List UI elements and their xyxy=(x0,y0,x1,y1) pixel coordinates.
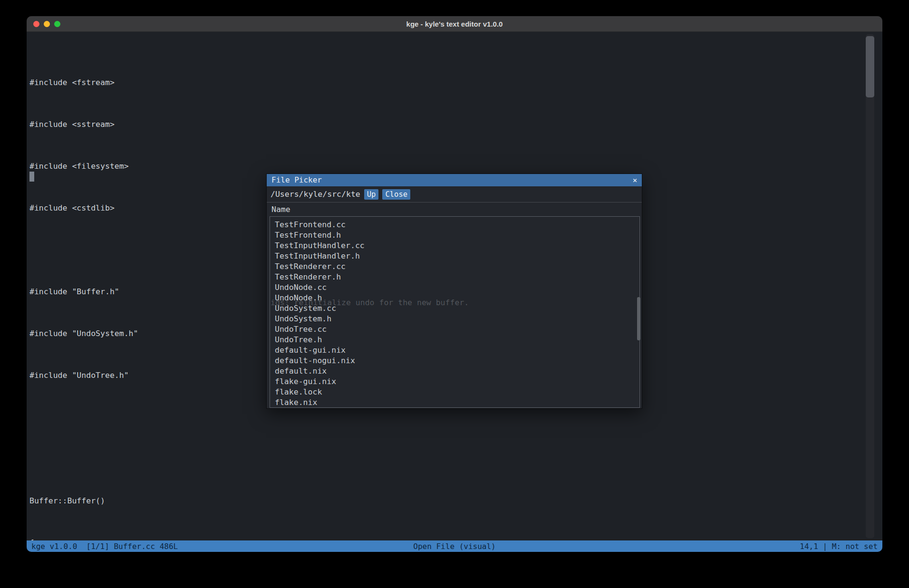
code-line-text: #include "Buffer.h" xyxy=(29,287,119,296)
traffic-lights xyxy=(33,16,60,31)
code-line[interactable]: #include <filesystem> xyxy=(29,161,360,172)
window-title: kge - kyle's text editor v1.0.0 xyxy=(406,20,503,28)
file-name: default-gui.nix xyxy=(275,346,346,355)
file-name: TestFrontend.cc xyxy=(275,220,346,229)
close-window-button[interactable] xyxy=(33,21,39,27)
dialog-close-icon[interactable]: ✕ xyxy=(633,175,637,185)
code-line[interactable]: Buffer::Buffer() xyxy=(29,496,360,506)
file-list-scrollbar-thumb[interactable] xyxy=(637,297,640,340)
file-list-item[interactable]: default-gui.nix xyxy=(270,345,639,356)
window-titlebar[interactable]: kge - kyle's text editor v1.0.0 xyxy=(27,16,882,32)
file-name: UndoTree.cc xyxy=(275,325,327,334)
code-line-text: #include <fstream> xyxy=(29,78,115,87)
up-button[interactable]: Up xyxy=(364,189,379,200)
file-list-item[interactable]: TestFrontend.cc xyxy=(270,220,639,230)
file-list-item[interactable]: flake-gui.nix xyxy=(270,376,639,387)
file-list-item[interactable]: TestRenderer.cc xyxy=(270,261,639,272)
code-line-text: { xyxy=(29,538,34,540)
file-picker-title: File Picker xyxy=(271,175,322,185)
file-list-item[interactable]: UndoTree.cc xyxy=(270,324,639,335)
editor-scrollbar[interactable] xyxy=(866,34,874,538)
file-list[interactable]: TestFrontend.cc TestFrontend.h TestInput… xyxy=(270,216,640,408)
file-name: flake.nix xyxy=(275,398,317,407)
file-name: UndoSystem.cc xyxy=(275,304,336,313)
file-name: TestRenderer.cc xyxy=(275,262,346,271)
code-line-text: #include <sstream> xyxy=(29,120,115,129)
file-name: TestFrontend.h xyxy=(275,231,341,240)
code-line[interactable] xyxy=(29,412,360,423)
code-line-text: #include "UndoSystem.h" xyxy=(29,329,138,338)
file-list-item[interactable]: TestFrontend.h xyxy=(270,230,639,241)
code-line-text: #include "UndoTree.h" xyxy=(29,371,129,380)
minimize-window-button[interactable] xyxy=(44,21,50,27)
file-list-item[interactable]: UndoSystem.h xyxy=(270,314,639,324)
code-line[interactable]: { xyxy=(29,538,360,540)
code-line[interactable] xyxy=(29,454,360,464)
status-left: kge v1.0.0 [1/1] Buffer.cc 486L xyxy=(31,542,413,551)
code-line[interactable]: #include <sstream> xyxy=(29,119,360,130)
editor-area[interactable]: #include <fstream> #include <sstream> #i… xyxy=(27,32,882,540)
file-name: TestInputHandler.h xyxy=(275,251,360,260)
file-name: TestInputHandler.cc xyxy=(275,241,365,250)
file-list-item[interactable]: UndoTree.h xyxy=(270,335,639,345)
zoom-window-button[interactable] xyxy=(54,21,60,27)
status-cursor-position: 14,1 | M: not set xyxy=(496,542,878,551)
file-list-item[interactable]: TestRenderer.h xyxy=(270,272,639,282)
file-picker-dialog: File Picker ✕ /Users/kyle/src/kte Up Clo… xyxy=(266,174,642,409)
file-name: default-nogui.nix xyxy=(275,356,355,365)
file-list-item[interactable]: UndoNode.cc xyxy=(270,282,639,293)
code-line[interactable]: #include <fstream> xyxy=(29,77,360,88)
file-name: default.nix xyxy=(275,366,327,376)
file-list-item[interactable]: UndoNode.h xyxy=(270,293,639,303)
file-list-item[interactable]: default.nix xyxy=(270,366,639,376)
file-name: UndoNode.cc xyxy=(275,283,327,292)
close-button[interactable]: Close xyxy=(382,189,410,200)
text-cursor xyxy=(29,172,34,182)
file-list-item[interactable]: UndoSystem.cc xyxy=(270,303,639,314)
file-name: UndoTree.h xyxy=(275,335,322,344)
file-list-item[interactable]: flake.nix xyxy=(270,397,639,408)
code-line-text: Buffer::Buffer() xyxy=(29,496,105,505)
file-list-item[interactable]: TestInputHandler.h xyxy=(270,251,639,261)
file-list-item[interactable]: default-nogui.nix xyxy=(270,356,639,366)
file-picker-titlebar[interactable]: File Picker ✕ xyxy=(267,174,642,186)
column-header-name: Name xyxy=(267,202,642,216)
status-mode: Open File (visual) xyxy=(413,542,495,551)
file-name: UndoSystem.h xyxy=(275,314,331,323)
file-name: UndoNode.h xyxy=(275,293,322,302)
status-bar: kge v1.0.0 [1/1] Buffer.cc 486L Open Fil… xyxy=(27,540,882,552)
file-name: flake.lock xyxy=(275,387,322,396)
code-line-text: #include <filesystem> xyxy=(29,162,129,171)
file-name: flake-gui.nix xyxy=(275,377,336,386)
file-name: TestRenderer.h xyxy=(275,272,341,281)
file-list-item[interactable]: flake.lock xyxy=(270,387,639,397)
file-list-item[interactable]: TestInputHandler.cc xyxy=(270,241,639,251)
editor-scrollbar-thumb[interactable] xyxy=(866,36,874,97)
path-row: /Users/kyle/src/kte Up Close xyxy=(267,186,642,202)
code-line-text: #include <cstdlib> xyxy=(29,203,115,212)
editor-window: kge - kyle's text editor v1.0.0 #include… xyxy=(27,16,882,552)
desktop-background: kge - kyle's text editor v1.0.0 #include… xyxy=(0,0,909,588)
current-path: /Users/kyle/src/kte xyxy=(271,189,360,200)
